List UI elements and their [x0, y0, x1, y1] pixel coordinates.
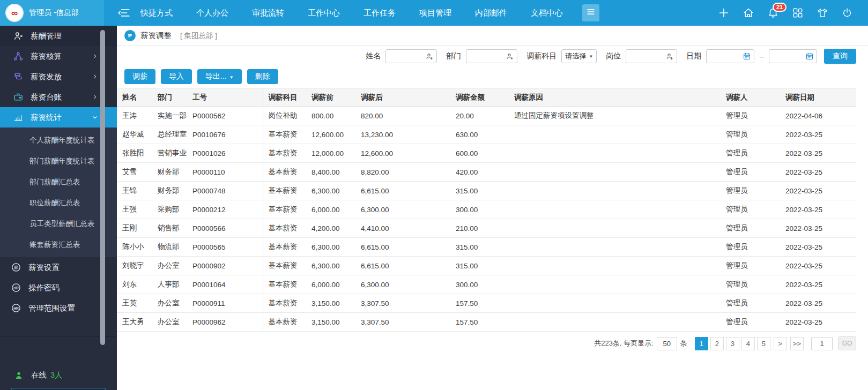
sidebar-subitem[interactable]: 职位薪酬汇总表 — [0, 192, 117, 213]
sidebar-header-salary-management[interactable]: 薪酬管理 — [0, 26, 117, 46]
person-add-icon[interactable] — [425, 52, 434, 61]
topbar-nav-item[interactable]: 工作任务 — [363, 8, 396, 18]
column-header: 姓名 — [117, 88, 152, 107]
sidebar-item-label: 薪资统计 — [31, 112, 91, 123]
topbar-nav-item[interactable]: 快捷方式 — [140, 8, 173, 18]
table-cell: 2022-03-25 — [780, 238, 856, 257]
table-cell — [509, 125, 721, 144]
import-button[interactable]: 导入 — [161, 69, 192, 84]
table-cell: 2022-03-25 — [780, 294, 856, 313]
page-button-2[interactable]: 2 — [710, 337, 724, 350]
page-button-4[interactable]: 4 — [741, 337, 755, 350]
table-row[interactable]: 赵华威总经理室P0010676基本薪资12,600.0013,230.00630… — [117, 125, 856, 144]
table-cell: 王英 — [117, 294, 152, 313]
subject-select[interactable]: 请选择 ▼ — [561, 49, 597, 63]
plus-icon[interactable] — [718, 7, 730, 19]
page-button-3[interactable]: 3 — [726, 337, 739, 350]
table-cell: 销售部 — [152, 219, 187, 238]
sidebar-subitem[interactable]: 员工类型薪酬汇总表 — [0, 213, 117, 234]
table-cell: 岗位补助 — [263, 107, 306, 125]
go-button[interactable]: GO — [838, 336, 856, 350]
person-list-icon — [13, 31, 24, 41]
table-row[interactable]: 王强采购部P0000212基本薪资6,000.006,300.00300.00管… — [117, 200, 856, 219]
table-row[interactable]: 王英办公室P0000911基本薪资3,150.003,307.50157.50管… — [117, 294, 856, 313]
sidebar-subitem[interactable]: 部门薪酬年度统计表 — [0, 151, 117, 171]
sidebar-item-coins[interactable]: 薪资发放 — [0, 66, 117, 87]
table-row[interactable]: 王锦财务部P0000748基本薪资6,300.006,615.00315.00管… — [117, 182, 856, 200]
table-cell: 2022-03-25 — [780, 219, 856, 238]
dept-filter-input[interactable] — [470, 52, 506, 61]
table-row[interactable]: 艾雪财务部P0000110基本薪资8,400.008,820.00420.00管… — [117, 163, 856, 182]
table-row[interactable]: 王大勇办公室P0000962基本薪资3,150.003,307.50157.50… — [117, 313, 856, 332]
bell-icon[interactable]: 21 — [767, 7, 779, 19]
sidebar-item-chart[interactable]: 薪资统计 — [0, 107, 117, 128]
topbar-nav-item[interactable]: 个人办公 — [196, 8, 228, 18]
table-cell: 王刚 — [117, 219, 152, 238]
more-menu-button[interactable] — [582, 4, 599, 21]
table-cell: 12,600.00 — [306, 125, 355, 144]
export-button[interactable]: 导出...▼ — [197, 69, 242, 84]
sidebar-item-操作密码[interactable]: HR操作密码 — [0, 278, 117, 298]
table-cell: 157.50 — [450, 294, 509, 313]
apps-icon[interactable] — [792, 7, 804, 19]
main-content: 薪资调整 [ 集团总部 ] 姓名 部门 调薪科目 请选择 ▼ 岗位 日期 -- — [117, 26, 868, 390]
topbar-nav-item[interactable]: 内部邮件 — [475, 8, 507, 18]
sidebar-item-wallet[interactable]: 薪资台账 — [0, 87, 117, 107]
page-button-1[interactable]: 1 — [695, 337, 708, 350]
sidebar-scrollbar[interactable] — [100, 30, 105, 345]
date-to-input[interactable] — [773, 52, 805, 61]
calendar-icon[interactable] — [743, 52, 751, 61]
search-button[interactable]: 查询 — [824, 49, 856, 64]
theme-icon[interactable] — [817, 7, 828, 19]
table-cell: 2022-03-25 — [780, 275, 856, 294]
table-cell: 2022-04-06 — [780, 107, 856, 125]
calendar-icon[interactable] — [805, 52, 814, 61]
person-add-icon[interactable] — [506, 52, 514, 61]
delete-button[interactable]: 删除 — [247, 69, 278, 84]
table-cell: 315.00 — [450, 257, 509, 275]
sidebar-subitem[interactable]: 个人薪酬年度统计表 — [0, 130, 117, 151]
page-size-unit: 条 — [680, 339, 687, 348]
sidebar-subitem[interactable]: 账套薪资汇总表 — [0, 234, 117, 255]
sidebar-subitem[interactable]: 部门薪酬汇总表 — [0, 171, 117, 192]
person-add-icon[interactable] — [665, 52, 674, 61]
sidebar-item-share[interactable]: 薪资核算 — [0, 46, 117, 66]
topbar-nav-item[interactable]: 文档中心 — [531, 8, 563, 18]
home-icon[interactable] — [743, 7, 754, 19]
collapse-menu-icon[interactable] — [117, 6, 131, 20]
sidebar-item-label: 薪资核算 — [31, 51, 91, 62]
sidebar: 薪酬管理 薪资核算薪资发放薪资台账薪资统计 个人薪酬年度统计表部门薪酬年度统计表… — [0, 26, 117, 390]
date-from-field — [706, 49, 754, 63]
power-icon[interactable] — [841, 7, 853, 19]
table-cell: 财务部 — [152, 182, 187, 200]
table-row[interactable]: 陈小小物流部P0000565基本薪资6,300.006,615.00315.00… — [117, 238, 856, 257]
table-row[interactable]: 王刚销售部P0000566基本薪资4,200.004,410.00210.00管… — [117, 219, 856, 238]
table-row[interactable]: 王涛实施一部P0000562岗位补助800.00820.0020.00通过固定薪… — [117, 107, 856, 125]
table-row[interactable]: 刘东人事部P0001064基本薪资6,000.006,300.00300.00管… — [117, 275, 856, 294]
last-page-button[interactable]: >> — [790, 337, 804, 350]
table-cell: 315.00 — [450, 182, 509, 200]
page-size-input[interactable] — [657, 337, 677, 350]
table-row[interactable]: 刘晓宇办公室P0000902基本薪资6,300.006,615.00315.00… — [117, 257, 856, 275]
page-button-5[interactable]: 5 — [757, 337, 770, 350]
topbar-nav-item[interactable]: 项目管理 — [419, 8, 451, 18]
pagination-bar: 共223条, 每页显示: 条 12345 > >> GO — [117, 332, 868, 355]
topbar-nav-item[interactable]: 审批流转 — [252, 8, 284, 18]
topbar-nav-item[interactable]: 工作中心 — [308, 8, 340, 18]
online-user-icon — [14, 371, 24, 380]
post-filter-input[interactable] — [629, 52, 665, 61]
name-filter-input[interactable] — [389, 52, 425, 61]
table-cell: P0000748 — [187, 182, 263, 200]
table-row[interactable]: 张胜阳营销事业部P0001026基本薪资12,000.0012,600.0060… — [117, 144, 856, 163]
table-cell: 基本薪资 — [263, 144, 306, 163]
table-cell — [509, 238, 721, 257]
svg-text:薪: 薪 — [14, 265, 18, 270]
goto-page-input[interactable] — [811, 337, 833, 350]
user-block[interactable]: ∞ 管理员 -信息部 — [0, 0, 104, 26]
table-cell: 管理员 — [721, 125, 780, 144]
sidebar-item-薪资设置[interactable]: 薪薪资设置 — [0, 257, 117, 278]
next-page-button[interactable]: > — [774, 337, 787, 350]
date-from-input[interactable] — [710, 52, 743, 61]
sidebar-item-管理范围设置[interactable]: HR管理范围设置 — [0, 298, 117, 318]
adjust-salary-button[interactable]: 调薪 — [124, 69, 155, 84]
